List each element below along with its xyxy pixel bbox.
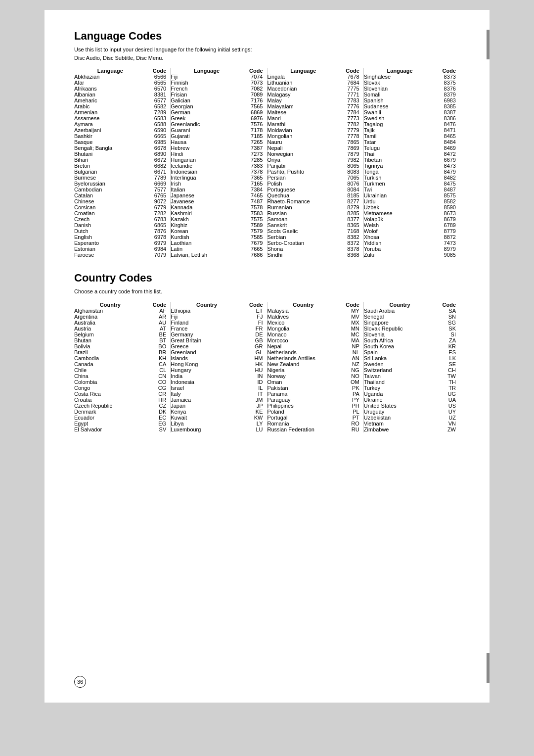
lang-name: German	[171, 109, 243, 115]
country-name: Austria	[74, 326, 146, 331]
lang-name: Mongolian	[267, 133, 340, 139]
lang-code: 7576	[243, 121, 267, 127]
table-row: Fiji7074	[171, 74, 267, 80]
country-name: Uzbekistan	[364, 415, 436, 421]
lang-name: Nepali	[267, 145, 340, 151]
country-name: Islands	[171, 355, 243, 361]
table-row: Afar6565	[74, 80, 170, 86]
country-code: EG	[146, 421, 171, 426]
table-row: Catalan6765	[74, 192, 170, 198]
country-code: SN	[436, 314, 460, 320]
country-name: Fiji	[171, 314, 243, 320]
country-name: Pakistan	[267, 385, 340, 391]
lang-name: Serbian	[267, 234, 340, 240]
lang-name: Galician	[171, 97, 243, 103]
country-code: CA	[146, 361, 171, 367]
lang-name: Afar	[74, 80, 146, 86]
table-row: BrazilBR	[74, 349, 170, 355]
country-code: SK	[436, 326, 460, 331]
lang-name: Armenian	[74, 109, 146, 115]
table-row: IndonesiaID	[171, 379, 267, 385]
country-name: Greenland	[171, 349, 243, 355]
table-row: SwitzerlandCH	[364, 367, 460, 373]
table-row: Portuguese8084	[267, 187, 363, 192]
table-row: Japanese7465	[171, 192, 267, 198]
table-row: Byelorussian6669	[74, 181, 170, 187]
country-name: Jamaica	[171, 397, 243, 403]
country-code: IN	[243, 373, 267, 379]
lang-table-col1: Language Code Abkhazian6566Afar6565Afrik…	[74, 68, 170, 258]
lang-code: 8465	[436, 133, 460, 139]
lang-name: Portuguese	[267, 187, 340, 192]
table-row: UruguayUY	[364, 409, 460, 415]
country-name: Netherlands Antilles	[267, 355, 340, 361]
lang-code: 7082	[243, 86, 267, 92]
lang-code: 8279	[339, 204, 363, 210]
table-row: SpainES	[364, 349, 460, 355]
lang-name: Tibetan	[364, 157, 436, 163]
country-name: Argentina	[74, 314, 146, 320]
lang-code: 7178	[243, 127, 267, 133]
table-row: Slovenian8376	[364, 86, 460, 92]
country-name: Portugal	[267, 415, 340, 421]
lang-code: 8472	[436, 151, 460, 157]
lang-name: Assamese	[74, 115, 146, 121]
country-name: Costa Rica	[74, 391, 146, 397]
table-row: Zulu9085	[364, 252, 460, 258]
table-row: Sanskrit8365	[267, 222, 363, 228]
table-row: Slovak RepublicSK	[364, 326, 460, 331]
country-name: Mexico	[267, 320, 340, 326]
country-name: Ukraine	[364, 397, 436, 403]
country-code: UG	[436, 391, 460, 397]
country-code: MY	[339, 308, 363, 314]
lang-code: 6679	[436, 157, 460, 163]
table-row: TaiwanTW	[364, 373, 460, 379]
table-row: GermanyDE	[171, 331, 267, 337]
country-code: RU	[339, 426, 363, 432]
lang-name: Albanian	[74, 92, 146, 97]
language-codes-section: Language Codes Use this list to input yo…	[74, 30, 460, 258]
country-code: CZ	[146, 403, 171, 409]
table-row: BelgiumBE	[74, 331, 170, 337]
lang-code: 7289	[146, 109, 171, 115]
table-row: Guarani7178	[171, 127, 267, 133]
lang-code: 7575	[243, 216, 267, 222]
table-row: Slovak8375	[364, 80, 460, 86]
lang-name: Icelandic	[171, 163, 243, 169]
lang-code: 7089	[243, 92, 267, 97]
country-code: NO	[339, 373, 363, 379]
lang-code: 8471	[436, 127, 460, 133]
country-code: BE	[146, 331, 171, 337]
table-row: English6978	[74, 234, 170, 240]
lang-code: 7775	[339, 86, 363, 92]
country-name: Uruguay	[364, 409, 436, 415]
table-row: Bulgarian6671	[74, 169, 170, 175]
lang-name: Greek	[171, 115, 243, 121]
table-row: JamaicaJM	[171, 397, 267, 403]
country-col2-section: Country Code EthiopiaETFijiFJFinlandFIFr…	[171, 302, 267, 432]
table-row: Tamil8465	[364, 133, 460, 139]
table-row: OmanOM	[267, 379, 363, 385]
lang-code: 8377	[339, 216, 363, 222]
country-code: BR	[146, 349, 171, 355]
lang-name: Rhaeto-Romance	[267, 198, 340, 204]
country-name: United States	[364, 403, 436, 409]
lang-code: 7378	[243, 169, 267, 175]
table-row: SenegalSN	[364, 314, 460, 320]
lang-name: Hausa	[171, 139, 243, 145]
country-code: PY	[339, 397, 363, 403]
lang-col3-header-lang: Language	[267, 68, 340, 74]
table-row: Bhutani6890	[74, 151, 170, 157]
lang-name: Hungarian	[171, 157, 243, 163]
lang-name: Greenlandic	[171, 121, 243, 127]
lang-code: 7865	[339, 139, 363, 145]
lang-code: 6588	[146, 121, 171, 127]
lang-col4-section: Language Code Singhalese8373Slovak8375Sl…	[364, 68, 460, 258]
table-row: Latvian, Lettish7686	[171, 252, 267, 258]
lang-name: Bihari	[74, 157, 146, 163]
country-name: Denmark	[74, 409, 146, 415]
country-name: Colombia	[74, 379, 146, 385]
lang-code: 6671	[146, 169, 171, 175]
country-name: Japan	[171, 403, 243, 409]
country-name: Germany	[171, 331, 243, 337]
